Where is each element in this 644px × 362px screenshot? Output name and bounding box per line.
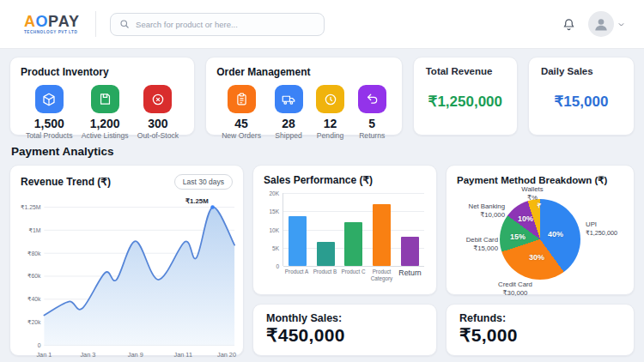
y-tick: 0 (38, 342, 41, 348)
inventory-stats: 1,500 Total Products 1,200 Active Listin… (21, 85, 184, 140)
order-stats: 45 New Orders 28 Shipped 12 Pending (216, 85, 392, 140)
clock-icon (316, 85, 344, 113)
total-revenue-card: Total Revenue ₹1,250,000 (413, 57, 518, 136)
stat-value: 12 (324, 118, 337, 130)
app-logo[interactable]: AOPAY TECHNOLOGY PVT LTD (24, 14, 80, 35)
stat-value: 5 (368, 118, 375, 130)
bar-product-category[interactable] (373, 204, 391, 266)
logo-letter-o: O (36, 13, 49, 30)
sales-performance-title: Sales Performance (₹) (264, 174, 426, 186)
stat-value: 300 (148, 118, 167, 130)
search-input[interactable] (136, 20, 315, 29)
clipboard-icon (228, 85, 256, 113)
stat-label: Out-of-Stock (137, 131, 179, 140)
truck-icon (275, 85, 303, 113)
y-tick: ₹60k (27, 273, 41, 279)
order-management-card: Order Management 45 New Orders 28 Shippe… (205, 57, 403, 136)
stat-value: 1,500 (34, 118, 64, 130)
stat-label: Shipped (275, 131, 302, 140)
avatar (588, 11, 614, 37)
bar-plot-area (283, 193, 424, 266)
last-30-days-button[interactable]: Last 30 days (174, 174, 233, 190)
logo-wordmark: AOPAY (24, 14, 80, 29)
middle-column: Sales Performance (₹) 20K 15K 10K 5K 0 (252, 165, 437, 356)
x-tick: Product C (339, 268, 368, 281)
y-tick: 5K (272, 244, 279, 250)
total-revenue-title: Total Revenue (426, 66, 505, 76)
search-box[interactable] (110, 13, 325, 36)
package-icon (35, 85, 64, 113)
top-header: AOPAY TECHNOLOGY PVT LTD (0, 0, 644, 49)
refunds-title: Refunds: (459, 312, 621, 324)
x-tick: Return (396, 268, 424, 281)
revenue-trend-card: Revenue Trend (₹) Last 30 days (9, 165, 244, 356)
bell-icon[interactable] (562, 17, 576, 32)
pie-label-net-banking: Net Banking ₹10,000 (457, 202, 505, 219)
x-tick: Jan 9 (128, 351, 143, 359)
revenue-trend-title: Revenue Trend (₹) (21, 176, 111, 188)
header-actions (562, 11, 625, 37)
monthly-sales-value: ₹450,000 (266, 325, 423, 346)
y-tick: 0 (276, 263, 279, 269)
order-management-title: Order Management (216, 66, 392, 78)
refunds-card: Refunds: ₹5,000 (446, 304, 635, 356)
pie-pct-debit: 15% (510, 232, 526, 241)
x-tick: Product Category (368, 268, 396, 281)
bar-product-c[interactable] (344, 222, 362, 266)
pie-pct-netbanking: 10% (518, 214, 533, 223)
y-tick: ₹40k (27, 296, 41, 302)
y-tick: ₹80k (27, 250, 41, 256)
y-tick: 15K (269, 208, 279, 214)
daily-sales-title: Daily Sales (541, 66, 622, 76)
x-tick: Product B (311, 268, 339, 281)
y-tick: 10K (269, 226, 279, 232)
sales-performance-card: Sales Performance (₹) 20K 15K 10K 5K 0 (252, 165, 437, 295)
x-tick: Jan 1 (36, 351, 52, 359)
pie-pct-credit: 30% (529, 253, 544, 262)
y-tick: 20K (269, 190, 279, 196)
pie-label-credit-card: Credit Card ₹30,000 (481, 281, 550, 297)
trend-peak-dot (210, 205, 215, 209)
right-column: Payment Method Breakdown (₹) 40% 30% 15%… (446, 165, 635, 356)
circle-x-icon (143, 85, 172, 113)
pie-pct-upi: 40% (548, 230, 563, 238)
bar-return[interactable] (401, 237, 419, 266)
bars (283, 193, 424, 266)
logo-subtext: TECHNOLOGY PVT LTD (24, 31, 80, 35)
monthly-sales-card: Monthly Sales: ₹450,000 (252, 304, 437, 356)
stat-label: Total Products (26, 131, 72, 140)
product-inventory-title: Product Inventory (21, 66, 184, 78)
kpi-row: Product Inventory 1,500 Total Products 1… (9, 57, 635, 136)
trend-annotation: ₹1.25M (185, 197, 209, 205)
y-tick: ₹20k (27, 319, 41, 325)
analytics-row: Revenue Trend (₹) Last 30 days (9, 165, 635, 356)
stat-returns: 5 Returns (358, 85, 386, 140)
logo-letter-a: A (24, 13, 36, 30)
stat-value: 1,200 (90, 118, 120, 130)
revenue-trend-chart: 0 ₹20k ₹40k ₹60k ₹80k ₹1M ₹1.25M ₹1.25M … (19, 191, 238, 361)
user-menu[interactable] (588, 11, 625, 37)
stat-out-of-stock: 300 Out-of-Stock (137, 85, 179, 140)
payment-breakdown-card: Payment Method Breakdown (₹) 40% 30% 15%… (446, 165, 635, 295)
sales-performance-chart: 20K 15K 10K 5K 0 (264, 193, 426, 266)
header-divider (95, 11, 96, 37)
search-icon (119, 19, 130, 29)
stat-label: Active Listings (82, 131, 129, 140)
stat-value: 28 (282, 118, 295, 130)
dashboard-main: Product Inventory 1,500 Total Products 1… (0, 49, 644, 356)
stat-total-products: 1,500 Total Products (26, 85, 72, 140)
bar-y-axis: 20K 15K 10K 5K 0 (264, 193, 283, 266)
payment-breakdown-title: Payment Method Breakdown (₹) (457, 174, 623, 186)
bar-product-a[interactable] (289, 216, 307, 266)
chevron-down-icon (617, 21, 625, 28)
refunds-value: ₹5,000 (459, 325, 621, 346)
x-tick: Jan 3 (80, 351, 95, 359)
section-title-payment-analytics: Payment Analytics (11, 145, 633, 158)
pie-label-upi: UPI ₹1,250,000 (586, 220, 629, 237)
bar-x-axis: Product A Product B Product C Product Ca… (283, 268, 424, 281)
y-tick: ₹1.25M (21, 204, 41, 210)
monthly-sales-title: Monthly Sales: (266, 312, 423, 324)
daily-sales-value: ₹15,000 (541, 93, 622, 111)
bar-product-b[interactable] (317, 242, 335, 266)
daily-sales-card: Daily Sales ₹15,000 (528, 57, 635, 136)
